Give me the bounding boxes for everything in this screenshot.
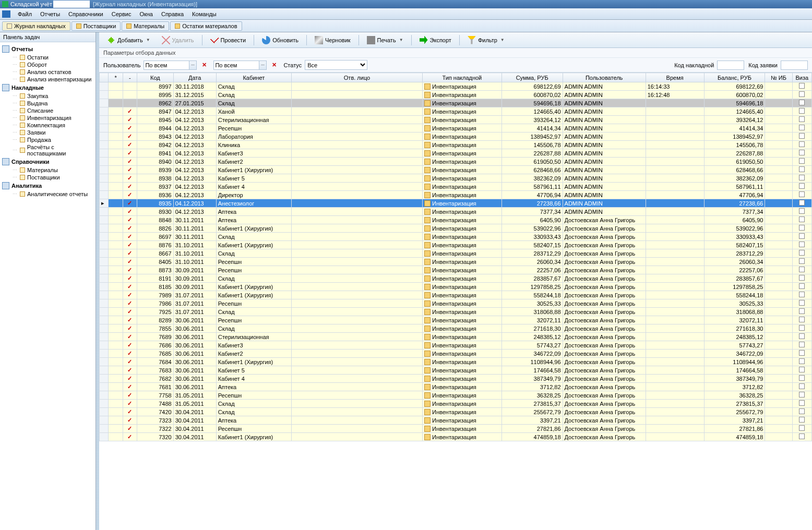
checkbox-icon[interactable] [799, 191, 805, 197]
cell-visa[interactable] [792, 416, 811, 425]
sidebar-item[interactable]: ⋯Комплектация [0, 122, 95, 129]
cell-visa[interactable] [792, 324, 811, 333]
checkbox-icon[interactable] [799, 133, 805, 139]
table-row[interactable]: ✓894004.12.2013Кабинет2Инвентаризация619… [100, 158, 812, 166]
table-row[interactable]: ✓732030.04.2011Кабинет1 (Хирургия)Инвент… [100, 433, 812, 441]
sidebar-item[interactable]: ⋯Инвентаризация [0, 114, 95, 122]
cell-visa[interactable] [792, 341, 811, 350]
sidebar-item[interactable]: ⋯Списание [0, 107, 95, 114]
print-button[interactable]: Печать▼ [362, 34, 408, 46]
checkbox-icon[interactable] [799, 342, 805, 347]
filter-button[interactable]: Фильтр▼ [463, 34, 509, 46]
cell-visa[interactable] [792, 333, 811, 341]
cell-visa[interactable] [792, 249, 811, 258]
checkbox-icon[interactable] [799, 400, 805, 406]
cell-visa[interactable] [792, 124, 811, 132]
checkbox-icon[interactable] [799, 216, 805, 222]
table-row[interactable]: ✓893604.12.2013ДиректорИнвентаризация477… [100, 191, 812, 199]
checkbox-icon[interactable] [799, 300, 805, 306]
menu-help[interactable]: Справка [157, 11, 188, 17]
tab-suppliers[interactable]: Поставщики [71, 21, 121, 31]
clear-second-filter[interactable]: ✕ [270, 61, 278, 69]
checkbox-icon[interactable] [799, 158, 805, 164]
cell-visa[interactable] [792, 391, 811, 400]
menu-reports[interactable]: Отчеты [36, 11, 64, 17]
checkbox-icon[interactable] [799, 283, 805, 289]
checkbox-icon[interactable] [799, 208, 805, 214]
column-header[interactable]: - [123, 73, 137, 82]
table-row[interactable]: ✓828930.06.2011РесепшнИнвентаризация3207… [100, 316, 812, 324]
checkbox-icon[interactable] [799, 175, 805, 180]
cell-visa[interactable] [792, 174, 811, 183]
cell-visa[interactable] [792, 99, 811, 107]
table-row[interactable]: ✓768230.06.2011Кабинет 4Инвентаризация38… [100, 375, 812, 383]
checkbox-icon[interactable] [799, 358, 805, 364]
checkbox-icon[interactable] [799, 275, 805, 281]
checkbox-icon[interactable] [799, 367, 805, 372]
cell-visa[interactable] [792, 283, 811, 291]
checkbox-icon[interactable] [799, 325, 805, 331]
tab-remains[interactable]: Остатки материалов [170, 21, 242, 31]
checkbox-icon[interactable] [799, 166, 805, 172]
sidebar-group[interactable]: Аналитика [0, 181, 95, 190]
checkbox-icon[interactable] [799, 242, 805, 247]
checkbox-icon[interactable] [799, 150, 805, 155]
sidebar-item[interactable]: ⋯Анализ инвентаризации [0, 76, 95, 83]
table-row[interactable]: ✓869730.11.2011СкладИнвентаризация330933… [100, 233, 812, 241]
table-row[interactable]: ✓768330.06.2011Кабинет 5Инвентаризация17… [100, 366, 812, 375]
refresh-button[interactable]: Обновить [257, 34, 303, 46]
table-row[interactable]: ✓894504.12.2013СтерилизационнаяИнвентари… [100, 116, 812, 124]
cell-visa[interactable] [792, 433, 811, 441]
checkbox-icon[interactable] [799, 183, 805, 189]
cell-visa[interactable] [792, 116, 811, 124]
tab-journal[interactable]: Журнал накладных [2, 21, 70, 31]
second-filter-input[interactable] [213, 61, 259, 70]
cell-visa[interactable] [792, 408, 811, 416]
checkbox-icon[interactable] [799, 383, 805, 389]
checkbox-icon[interactable] [799, 417, 805, 423]
table-row[interactable]: ✓819130.09.2011СкладИнвентаризация283857… [100, 274, 812, 283]
column-header[interactable]: Пользователь [563, 73, 646, 82]
table-row[interactable]: ✓882630.11.2011Кабинет1 (Хирургия)Инвент… [100, 224, 812, 233]
sidebar-item[interactable]: ⋯Остатки [0, 54, 95, 61]
table-row[interactable]: ✓792531.07.2011СкладИнвентаризация318068… [100, 308, 812, 316]
cell-visa[interactable] [792, 266, 811, 274]
menu-service[interactable]: Сервис [108, 11, 136, 17]
table-row[interactable]: ✓894204.12.2013КлиникаИнвентаризация1455… [100, 141, 812, 149]
cell-visa[interactable] [792, 132, 811, 141]
cell-visa[interactable] [792, 233, 811, 241]
table-row[interactable]: ✓887631.10.2011Кабинет1 (Хирургия)Инвент… [100, 241, 812, 249]
checkbox-icon[interactable] [799, 350, 805, 356]
export-button[interactable]: Экспорт [415, 34, 456, 46]
cell-visa[interactable] [792, 224, 811, 233]
cell-visa[interactable] [792, 316, 811, 324]
table-row[interactable]: ✓732330.04.2011АптекаИнвентаризация3397,… [100, 416, 812, 425]
cell-visa[interactable] [792, 299, 811, 308]
clear-user-filter[interactable]: ✕ [200, 61, 208, 69]
checkbox-icon[interactable] [799, 258, 805, 264]
cell-visa[interactable] [792, 308, 811, 316]
sidebar-item[interactable]: ⋯Аналитические отчеты [0, 190, 95, 198]
cell-visa[interactable] [792, 82, 811, 91]
sidebar-item[interactable]: ⋯Выдача [0, 100, 95, 107]
cell-visa[interactable] [792, 183, 811, 191]
table-row[interactable]: ✓866731.10.2011СкладИнвентаризация283712… [100, 249, 812, 258]
menu-commands[interactable]: Команды [188, 11, 221, 17]
cell-visa[interactable] [792, 258, 811, 266]
column-header[interactable]: Время [646, 73, 704, 82]
column-header[interactable]: Отв. лицо [291, 73, 422, 82]
column-header[interactable]: Тип накладной [423, 73, 502, 82]
column-header[interactable]: № ИБ [765, 73, 792, 82]
add-button[interactable]: Добавить▼ [102, 34, 155, 46]
checkbox-icon[interactable] [799, 141, 805, 147]
table-row[interactable]: ✓894304.12.2013ЛабораторияИнвентаризация… [100, 132, 812, 141]
sidebar-group[interactable]: Накладные [0, 83, 95, 92]
cell-visa[interactable] [792, 383, 811, 391]
checkbox-icon[interactable] [799, 100, 805, 105]
sidebar-item[interactable]: ⋯Материалы [0, 166, 95, 174]
user-filter-input[interactable] [144, 61, 189, 70]
table-row[interactable]: ✓894704.12.2013ХанойИнвентаризация124665… [100, 107, 812, 116]
table-row[interactable]: ✓893804.12.2013Кабинет 5Инвентаризация38… [100, 174, 812, 183]
checkbox-icon[interactable] [799, 425, 805, 431]
checkbox-icon[interactable] [799, 233, 805, 239]
